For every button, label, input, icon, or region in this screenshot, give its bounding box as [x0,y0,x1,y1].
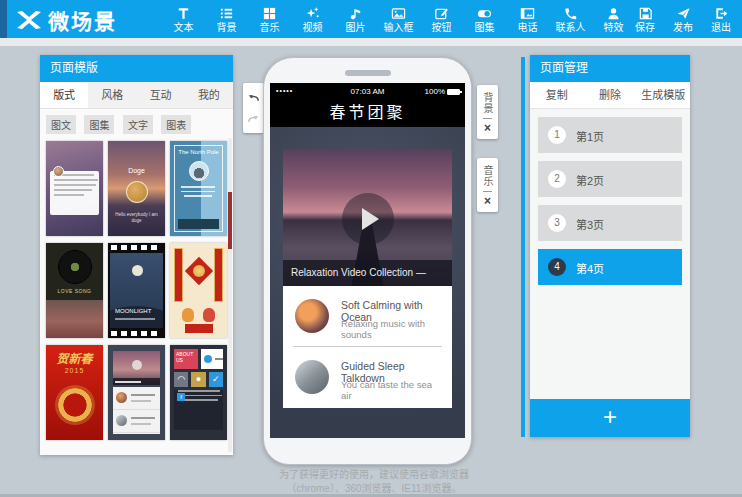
save-button[interactable]: 保存 [626,0,664,38]
toolbar-item-contacts[interactable]: 联系人 [549,0,592,38]
browser-hint: 为了获得更好的使用，建议使用谷歌浏览器 （chrome）、360浏览器、IE11… [228,468,520,495]
scrollbar-thumb[interactable] [228,192,232,249]
redo-button[interactable] [246,111,261,126]
red-banner [185,324,213,333]
layer-tab-background[interactable]: 背景 × [477,85,498,139]
thumb-subtitle: Hello everybody I am doge [111,212,162,223]
logo-x-icon [16,9,42,31]
undo-button[interactable] [246,90,261,105]
toolbar-item-video[interactable]: 视频 [291,0,334,38]
close-icon[interactable]: × [484,196,491,206]
thumb-title: Doge [108,167,165,174]
template-thumb-doge[interactable]: Doge Hello everybody I am doge [108,141,165,236]
battery-percent: 100% [425,87,445,96]
text-placeholder [54,189,92,191]
copy-page-button[interactable]: 复制 [530,82,583,108]
filter-gallery[interactable]: 图集 [84,115,114,134]
couplet-right [214,248,223,302]
tab-interactive[interactable]: 互动 [137,82,185,108]
couplet-left [174,248,183,302]
page-row-4-active[interactable]: 4 第4页 [538,249,682,285]
toolbar-shadow-strip [0,38,742,46]
battery-indicator: 100% [425,87,460,96]
page-manager-header: 页面管理 [530,55,690,82]
toolbar-item-label: 按钮 [432,22,452,33]
template-panel-header: 页面模版 [40,55,233,82]
filter-chart[interactable]: 图表 [161,115,191,134]
page-list: 1 第1页 2 第2页 3 第3页 4 第4页 [530,109,690,301]
page-row-3[interactable]: 3 第3页 [538,205,682,241]
page-number-badge: 1 [548,126,566,144]
template-thumb-about-us[interactable]: ABOUT US ◠ ● ✓ f [170,345,227,440]
film-holes [108,329,165,338]
panel-collapse-strip[interactable] [521,57,525,437]
template-thumb-spring-couplets[interactable] [170,243,227,338]
toolbar-nav: 文本 背景 音乐 视频 图片 输入框 按钮 图集 [162,0,635,38]
toolbar-item-input-box[interactable]: 输入框 [377,0,420,38]
page-row-2[interactable]: 2 第2页 [538,161,682,197]
template-thumb-video-collection[interactable] [108,345,165,440]
thumb-photo [46,300,103,338]
browser-hint-line1: 为了获得更好的使用，建议使用谷歌浏览器 [228,468,520,482]
exit-button[interactable]: 退出 [702,0,740,38]
publish-button[interactable]: 发布 [664,0,702,38]
text-placeholder [181,191,215,193]
tab-style[interactable]: 风格 [88,82,136,108]
check-tile: ✓ [209,372,223,387]
vinyl-disc [58,250,92,284]
toolbar-item-text[interactable]: 文本 [162,0,205,38]
text-icon [176,5,191,21]
playlist-card: Soft Calming with Ocean Relaxing music w… [283,286,452,408]
toolbar-item-gallery[interactable]: 图集 [463,0,506,38]
toolbar-item-button[interactable]: 按钮 [420,0,463,38]
page-row-label: 第3页 [576,216,604,232]
template-thumb-he-xin-chun[interactable]: 贺新春 2015 [46,345,103,440]
template-panel: 页面模版 版式 风格 互动 我的 图文 图集 文字 图表 Doge Hello … [40,55,233,455]
play-button[interactable] [342,193,394,245]
toolbar-item-label: 特效 [604,22,624,33]
toolbar-item-label: 音乐 [260,22,280,33]
mini-play-icon [132,360,142,370]
close-icon[interactable]: × [484,123,491,133]
page-title[interactable]: 春节团聚 [270,100,465,127]
history-toolbar [243,83,264,133]
playlist-item[interactable]: Guided Sleep Talkdown You can taste the … [293,346,442,407]
app-logo: 微场景 [16,5,117,35]
publish-icon [676,5,691,21]
thumb-footer-box [178,219,219,229]
video-caption: Relaxation Video Collection — [283,260,452,286]
template-thumb-profile-card[interactable] [46,141,103,236]
playlist-item[interactable]: Soft Calming with Ocean Relaxing music w… [283,286,452,346]
toolbar-item-label: 联系人 [556,22,586,33]
video-block[interactable]: Relaxation Video Collection — [283,149,452,286]
add-page-button[interactable]: + [530,399,690,437]
layer-tab-music[interactable]: 音乐 × [477,158,498,212]
generate-template-button[interactable]: 生成模版 [637,82,690,108]
filter-image-text[interactable]: 图文 [46,115,76,134]
filter-text[interactable]: 文字 [123,115,153,134]
delete-page-button[interactable]: 删除 [583,82,636,108]
page-row-1[interactable]: 1 第1页 [538,117,682,153]
thumb-title: The North Pole [170,149,227,155]
tab-layout[interactable]: 版式 [40,82,88,108]
toolbar-item-image[interactable]: 图片 [334,0,377,38]
template-scrollbar[interactable] [228,138,232,452]
toolbar-item-phone[interactable]: 电话 [506,0,549,38]
text-placeholder [178,390,220,392]
page-manager-actions: 复制 删除 生成模版 [530,82,690,109]
template-thumb-moonlight[interactable]: MOONLIGHT [108,243,165,338]
thumb-title: 贺新春 [46,349,103,367]
template-thumb-love-song[interactable]: LOVE SONG [46,243,103,338]
toolbar-item-music[interactable]: 音乐 [248,0,291,38]
battery-icon [447,89,460,95]
app-logo-text: 微场景 [48,5,117,35]
phone-screen[interactable]: ••••• 07:03 AM 100% 春节团聚 Relaxation Vide… [270,83,465,438]
tab-mine[interactable]: 我的 [185,82,233,108]
toolbar-item-background[interactable]: 背景 [205,0,248,38]
gallery-icon [520,5,535,21]
text-placeholder [54,194,84,196]
template-tabs: 版式 风格 互动 我的 [40,82,233,109]
template-thumb-north-pole[interactable]: The North Pole [170,141,227,236]
kid-figure [182,308,194,322]
template-filters: 图文 图集 文字 图表 [40,109,233,138]
